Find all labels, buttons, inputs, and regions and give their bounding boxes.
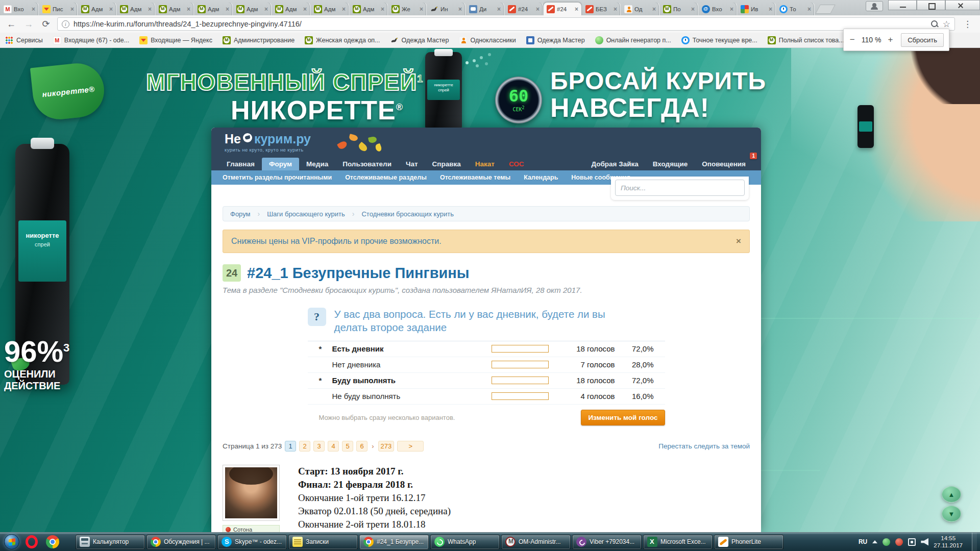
bookmark-odezhda-master[interactable]: Одежда Мастер — [390, 36, 449, 44]
tab-close-icon[interactable]: × — [652, 6, 656, 13]
taskbar-whatsapp[interactable]: WhatsApp — [430, 535, 500, 549]
nav-help[interactable]: Справка — [425, 158, 468, 170]
tab-close-icon[interactable]: × — [575, 6, 578, 13]
next-page-button[interactable]: > — [397, 441, 424, 452]
search-input[interactable] — [615, 180, 745, 196]
bookmark-odnoklassniki[interactable]: Одноклассники — [459, 36, 516, 44]
tab-close-icon[interactable]: × — [303, 6, 307, 13]
browser-tab[interactable]: Адм× — [155, 2, 194, 15]
page-button-current[interactable]: 1 — [285, 441, 296, 452]
opera-icon[interactable] — [26, 535, 38, 548]
taskbar-notes[interactable]: Записки — [288, 535, 358, 549]
page-button[interactable]: 5 — [342, 441, 353, 452]
network-icon[interactable] — [908, 538, 916, 546]
profile-icon[interactable] — [866, 1, 883, 11]
nav-alerts[interactable]: Оповещения1 — [695, 158, 753, 170]
tab-close-icon[interactable]: × — [807, 6, 811, 13]
subnav-mark-read[interactable]: Отметить разделы прочитанными — [223, 174, 332, 181]
bookmark-full-list[interactable]: Полный список това... — [768, 36, 844, 44]
browser-tab[interactable]: То× — [776, 2, 815, 15]
taskbar-thread-window[interactable]: #24_1 Безупре... — [359, 535, 429, 549]
tab-close-icon[interactable]: × — [536, 6, 540, 13]
tab-close-icon[interactable]: × — [691, 6, 695, 13]
bookmark-yandex-mail[interactable]: Входящие — Яндекс — [139, 36, 212, 44]
nav-nakat[interactable]: Накат — [468, 158, 502, 170]
tab-close-icon[interactable]: × — [458, 6, 462, 13]
nav-users[interactable]: Пользователи — [335, 158, 399, 170]
tab-close-icon[interactable]: × — [769, 6, 772, 13]
browser-tab[interactable]: БЕЗ× — [582, 2, 621, 15]
tab-close-icon[interactable]: × — [264, 6, 268, 13]
browser-tab[interactable]: #24× — [504, 2, 543, 15]
tab-close-icon[interactable]: × — [109, 6, 113, 13]
page-button[interactable]: 3 — [313, 441, 325, 452]
nav-home[interactable]: Главная — [219, 158, 262, 170]
subnav-calendar[interactable]: Календарь — [524, 174, 558, 181]
scroll-up-button[interactable]: ▲ — [942, 486, 961, 503]
forum-logo[interactable]: Некурим.ру курить не круто, круто не кур… — [225, 132, 311, 153]
taskbar-viber[interactable]: Viber +792034... — [572, 535, 642, 549]
close-button[interactable] — [945, 0, 980, 10]
reload-icon[interactable]: ⟳ — [40, 18, 52, 30]
browser-tab[interactable]: Вхо× — [0, 2, 39, 15]
tab-close-icon[interactable]: × — [32, 6, 35, 13]
page-button[interactable]: 4 — [328, 441, 339, 452]
page-button[interactable]: 6 — [356, 441, 368, 452]
browser-menu-icon[interactable]: ⋮ — [960, 19, 975, 30]
browser-tab[interactable]: Адм× — [272, 2, 310, 15]
nav-forum[interactable]: Форум — [262, 158, 299, 170]
new-tab-button[interactable] — [815, 5, 836, 14]
tray-green-icon[interactable] — [883, 538, 890, 546]
browser-tab[interactable]: Адм× — [194, 2, 233, 15]
browser-tab[interactable]: Ив× — [737, 2, 776, 15]
info-icon[interactable]: i — [62, 20, 69, 28]
tab-close-icon[interactable]: × — [342, 6, 346, 13]
bookmark-odezhda-master-2[interactable]: Одежда Мастер — [526, 36, 585, 44]
tab-close-icon[interactable]: × — [614, 6, 617, 13]
language-indicator[interactable]: RU — [859, 538, 867, 545]
browser-tab[interactable]: Адм× — [78, 2, 116, 15]
tab-close-icon[interactable]: × — [226, 6, 229, 13]
nav-inbox[interactable]: Входящие — [646, 158, 695, 170]
nav-chat[interactable]: Чат — [399, 158, 425, 170]
tab-close-icon[interactable]: × — [497, 6, 501, 13]
taskbar-skype[interactable]: Skype™ - odez... — [217, 535, 287, 549]
tab-close-icon[interactable]: × — [70, 6, 74, 13]
tab-close-icon[interactable]: × — [730, 6, 733, 13]
breadcrumb-forum[interactable]: Форум — [230, 210, 251, 218]
change-vote-button[interactable]: Изменить мой голос — [581, 410, 665, 425]
zoom-out-button[interactable]: − — [849, 35, 856, 45]
back-icon[interactable]: ← — [5, 19, 17, 30]
taskbar-om-admin[interactable]: OM-Administr... — [501, 535, 571, 549]
browser-tab[interactable]: По× — [659, 2, 698, 15]
bookmark-gmail[interactable]: Входящие (67) - ode... — [53, 36, 129, 44]
url-text[interactable]: https://ne-kurim.ru/forum/threads/24_1-b… — [74, 20, 926, 28]
tab-close-icon[interactable]: × — [381, 6, 384, 13]
browser-tab[interactable]: Же× — [388, 2, 427, 15]
scroll-down-button[interactable]: ▼ — [942, 506, 961, 522]
tray-red-icon[interactable] — [895, 538, 903, 546]
bookmark-generator[interactable]: Онлайн генератор п... — [595, 36, 671, 44]
bookmark-star-icon[interactable]: ☆ — [943, 19, 950, 30]
show-hidden-icons[interactable] — [872, 540, 877, 543]
browser-tab[interactable]: Адм× — [233, 2, 272, 15]
browser-tab[interactable]: Од× — [621, 2, 659, 15]
zoom-in-button[interactable]: + — [887, 35, 894, 45]
breadcrumb-section[interactable]: Шаги бросающего курить — [267, 210, 345, 218]
browser-tab[interactable]: Адм× — [310, 2, 349, 15]
page-button-last[interactable]: 273 — [378, 441, 395, 452]
nav-media[interactable]: Медиа — [299, 158, 335, 170]
taskbar-phonerlite[interactable]: PhonerLite — [714, 535, 783, 549]
taskbar-discussions[interactable]: Обсуждения | ... — [146, 535, 216, 549]
tab-close-icon[interactable]: × — [420, 6, 423, 13]
unfollow-thread-link[interactable]: Перестать следить за темой — [658, 442, 750, 450]
taskbar-calculator[interactable]: Калькулятор — [76, 535, 145, 549]
chrome-icon[interactable] — [46, 535, 59, 548]
zoom-reset-button[interactable]: Сбросить — [901, 33, 944, 47]
breadcrumb-subsection[interactable]: Стодневки бросающих курить — [361, 210, 453, 218]
start-button[interactable] — [4, 534, 19, 549]
bookmark-womens-clothes[interactable]: Женская одежда оп... — [305, 36, 380, 44]
taskbar-excel[interactable]: Microsoft Exce... — [643, 535, 713, 549]
tab-close-icon[interactable]: × — [187, 6, 190, 13]
notice-close-icon[interactable]: × — [736, 236, 741, 246]
